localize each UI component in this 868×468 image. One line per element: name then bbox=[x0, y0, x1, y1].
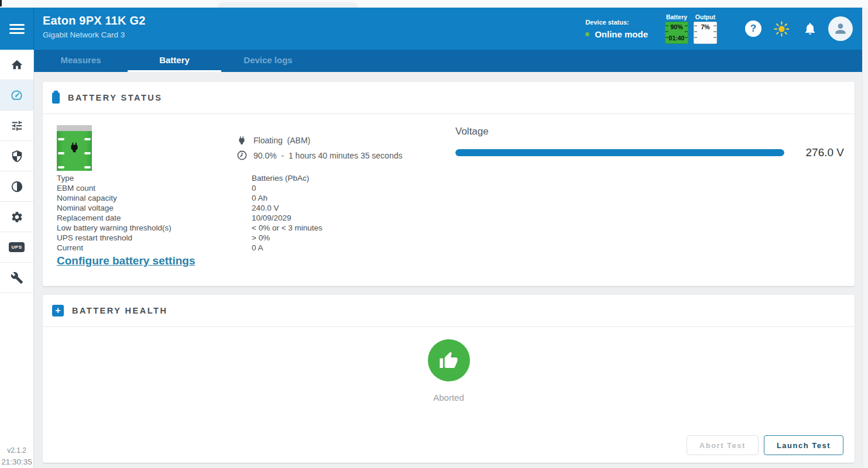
output-gauge-box: 7% bbox=[694, 22, 717, 44]
detail-row: TypeBatteries (PbAc) bbox=[57, 173, 323, 183]
battery-health-title: BATTERY HEALTH bbox=[72, 306, 167, 315]
sidebar-item-home[interactable] bbox=[0, 50, 33, 80]
gear-icon bbox=[11, 211, 23, 223]
output-percent: 7% bbox=[694, 23, 716, 31]
sidebar-item-settings-levels[interactable] bbox=[0, 111, 33, 141]
detail-row: EBM count0 bbox=[57, 183, 323, 193]
scrollbar[interactable] bbox=[862, 8, 868, 468]
voltage-block: Voltage 276.0 V bbox=[455, 126, 844, 159]
header-right-cluster: Device status: Online mode Battery 90% 0… bbox=[585, 8, 853, 50]
browser-chrome-strip bbox=[0, 0, 868, 8]
launch-test-button[interactable]: Launch Test bbox=[764, 435, 843, 455]
tab-bar: Measures Battery Device logs bbox=[34, 50, 862, 72]
detail-row: UPS restart threshold> 0% bbox=[57, 233, 323, 243]
battery-gauge-label: Battery bbox=[664, 13, 689, 20]
firmware-version: v2.1.2 bbox=[0, 446, 33, 455]
device-status: Device status: Online mode bbox=[585, 19, 648, 39]
battery-charge-text: 90.0% - 1 hours 40 minutes 35 seconds bbox=[253, 151, 402, 160]
health-plus-icon: + bbox=[52, 305, 64, 316]
health-result-badge bbox=[428, 339, 470, 381]
voltage-label: Voltage bbox=[455, 126, 844, 137]
battery-graphic-empty-segment bbox=[57, 125, 92, 131]
contrast-icon bbox=[11, 180, 23, 193]
sidebar-footer: v2.1.2 21:30:35 bbox=[0, 446, 33, 466]
sidebar-item-contrast[interactable] bbox=[0, 171, 33, 202]
clock-icon bbox=[236, 150, 248, 161]
output-gauge-label: Output bbox=[693, 13, 718, 20]
theme-sun-icon[interactable] bbox=[774, 21, 790, 37]
main-content: BATTERY STATUS Floati bbox=[34, 72, 862, 468]
sidebar-item-dashboard[interactable] bbox=[0, 80, 33, 111]
online-status-dot bbox=[585, 32, 589, 36]
sidebar-item-system-settings[interactable] bbox=[0, 202, 33, 232]
sidebar-item-ups[interactable]: UPS bbox=[0, 232, 33, 263]
tab-measures[interactable]: Measures bbox=[34, 50, 128, 72]
page-title: Eaton 9PX 11K G2 bbox=[43, 14, 146, 27]
voltage-progress-fill bbox=[455, 149, 784, 156]
gauge-icon bbox=[10, 88, 23, 102]
thumbs-up-icon bbox=[439, 351, 458, 370]
device-status-value: Online mode bbox=[595, 29, 648, 39]
detail-row: Low battery warning threshold(s)< 0% or … bbox=[57, 223, 323, 233]
clock-time: 21:30:35 bbox=[0, 457, 33, 466]
edge-artifact bbox=[0, 0, 2, 6]
notifications-bell-icon[interactable] bbox=[803, 22, 817, 36]
sliders-icon bbox=[11, 119, 23, 132]
battery-charge-graphic bbox=[57, 125, 92, 171]
battery-mode-text: Floating (ABM) bbox=[253, 136, 310, 145]
battery-mode-block: Floating (ABM) 90.0% - 1 hours 40 minute… bbox=[236, 135, 402, 165]
battery-health-card: + BATTERY HEALTH Aborted Abort Test Laun… bbox=[43, 295, 855, 463]
shield-icon bbox=[11, 150, 23, 163]
battery-details-list: TypeBatteries (PbAc) EBM count0 Nominal … bbox=[57, 173, 323, 253]
health-status-text: Aborted bbox=[43, 393, 855, 402]
detail-row: Current0 A bbox=[57, 243, 323, 253]
home-icon bbox=[11, 58, 23, 71]
battery-graphic-charged-segment bbox=[57, 131, 92, 171]
menu-button[interactable] bbox=[0, 8, 34, 50]
sidebar-nav: UPS v2.1.2 21:30:35 bbox=[0, 50, 34, 468]
battery-status-header: BATTERY STATUS bbox=[43, 82, 855, 114]
battery-gauge: Battery 90% 01:40 bbox=[664, 13, 689, 44]
abort-test-button[interactable]: Abort Test bbox=[687, 435, 759, 455]
battery-status-title: BATTERY STATUS bbox=[68, 93, 162, 102]
battery-section-icon bbox=[52, 92, 60, 104]
plug-icon bbox=[68, 140, 81, 154]
ups-icon: UPS bbox=[9, 242, 25, 252]
device-status-label: Device status: bbox=[585, 19, 648, 26]
browser-tab-remnant bbox=[218, 2, 358, 8]
page-subtitle: Gigabit Network Card 3 bbox=[43, 30, 146, 39]
battery-gauge-box: 90% 01:40 bbox=[665, 22, 688, 44]
tab-battery[interactable]: Battery bbox=[128, 50, 221, 72]
app-header: Eaton 9PX 11K G2 Gigabit Network Card 3 … bbox=[0, 8, 862, 50]
voltage-progress-track bbox=[455, 149, 784, 156]
battery-status-body: Floating (ABM) 90.0% - 1 hours 40 minute… bbox=[43, 114, 855, 286]
help-icon[interactable]: ? bbox=[745, 20, 761, 37]
sidebar-item-protection[interactable] bbox=[0, 141, 33, 171]
configure-battery-settings-link[interactable]: Configure battery settings bbox=[57, 254, 195, 267]
wrench-icon bbox=[11, 271, 23, 284]
detail-row: Nominal capacity0 Ah bbox=[57, 193, 323, 203]
user-avatar-icon[interactable] bbox=[828, 16, 853, 41]
device-title-block: Eaton 9PX 11K G2 Gigabit Network Card 3 bbox=[43, 14, 146, 39]
battery-health-body: Aborted Abort Test Launch Test bbox=[43, 327, 855, 463]
detail-row: Replacement date10/09/2029 bbox=[57, 213, 323, 223]
output-gauge: Output 7% bbox=[693, 13, 718, 44]
battery-status-card: BATTERY STATUS Floati bbox=[43, 82, 855, 286]
tab-device-logs[interactable]: Device logs bbox=[221, 50, 315, 72]
detail-row: Nominal voltage240.0 V bbox=[57, 203, 323, 213]
battery-percent: 90% bbox=[665, 23, 688, 31]
hamburger-icon bbox=[9, 22, 25, 36]
power-plug-icon bbox=[236, 135, 248, 146]
battery-health-header: + BATTERY HEALTH bbox=[43, 295, 855, 327]
voltage-value: 276.0 V bbox=[784, 146, 844, 159]
sidebar-item-maintenance[interactable] bbox=[0, 263, 33, 293]
battery-time: 01:40 bbox=[665, 35, 688, 42]
